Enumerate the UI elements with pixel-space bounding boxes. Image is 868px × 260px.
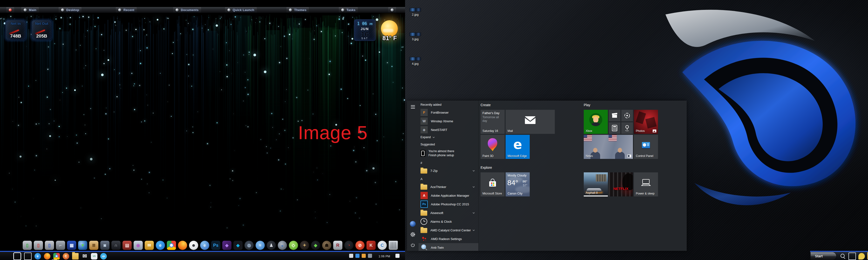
task-view-icon[interactable]	[24, 253, 32, 260]
menu-item-quick-launch[interactable]: Quick Launch	[225, 7, 257, 12]
windows-logo-icon[interactable]	[10, 240, 21, 251]
asus-rog-icon[interactable]: R	[333, 241, 342, 250]
internet-blue-icon[interactable]: e	[200, 241, 209, 250]
drive-blue-icon[interactable]: ▯	[45, 241, 54, 250]
menu-orb-icon[interactable]	[9, 8, 12, 11]
tile-maps[interactable]	[621, 122, 633, 134]
edge-icon[interactable]: e	[34, 253, 41, 260]
globe-download-icon[interactable]: ▼	[78, 241, 87, 250]
tray-icon[interactable]	[362, 254, 366, 258]
prism-purple-icon[interactable]: ◆	[222, 241, 231, 250]
menu-item-tasks[interactable]: Tasks	[339, 7, 358, 12]
settings-gear-icon[interactable]	[410, 232, 416, 237]
app-list-item-adobe-photoshop-cc-2015[interactable]: PsAdobe Photoshop CC 2015	[418, 200, 478, 209]
cortana-icon[interactable]	[13, 252, 21, 260]
drive-green-icon[interactable]: ▯	[23, 241, 32, 250]
tray-icon[interactable]	[368, 254, 372, 258]
menu-item-desktop[interactable]: Desktop	[59, 7, 82, 12]
app-list-item-amd-radeon-settings[interactable]: AMD Radeon Settings	[418, 234, 478, 243]
crackers-stack-icon[interactable]: ≣	[89, 241, 98, 250]
kodi-icon[interactable]: ◆	[234, 241, 243, 250]
tile-control-panel[interactable]: Control Panel	[634, 135, 658, 159]
ccleaner-dock-icon[interactable]: C	[378, 241, 387, 250]
app-list-item-fontbrowser[interactable]: FFontBrowser	[418, 108, 478, 117]
sims-green-icon[interactable]: ◇	[289, 241, 298, 250]
messaging-icon[interactable]	[858, 253, 865, 260]
desktop-icon-3.jpg[interactable]: 3.jpg	[405, 33, 425, 41]
openoffice-icon[interactable]: ≈	[255, 241, 265, 250]
action-center-icon[interactable]	[396, 254, 400, 258]
media-rig-icon[interactable]: ◙	[100, 241, 110, 250]
tile-photos[interactable]: Photos	[634, 110, 658, 134]
tray-icon[interactable]	[355, 254, 360, 258]
tile-mail[interactable]: Mail	[506, 110, 555, 134]
drive-red-icon[interactable]: ▯	[34, 241, 43, 250]
tile-weather[interactable]: Mostly Cloudy 84° 86° 57° Canon City	[506, 172, 530, 196]
folder-disc-icon[interactable]: ◉	[133, 241, 143, 250]
tile-calendar[interactable]: Father's Day Tomorrow all day Saturday 1…	[480, 110, 505, 134]
tile-news[interactable]: News	[584, 135, 633, 159]
movie-reel-icon[interactable]: ▤	[123, 241, 132, 250]
app-list-item-amd-catalyst-control-center[interactable]: AMD Catalyst Control Center	[418, 226, 478, 234]
desktop-icon-2.jpg[interactable]: 2.jpg	[405, 8, 425, 16]
hamburger-menu-icon[interactable]	[410, 104, 416, 110]
tile-xbox[interactable]: Xbox	[584, 110, 608, 134]
game-portrait-icon[interactable]: ☗	[322, 241, 331, 250]
left-taskbar-clock[interactable]: 1:06 PM	[375, 253, 394, 260]
calculator-blue-icon[interactable]: ▦	[67, 241, 76, 250]
task-view-icon[interactable]	[848, 253, 856, 260]
app-list-item-7-zip[interactable]: 7-Zip	[418, 166, 478, 175]
chrome-dock-icon[interactable]	[167, 241, 176, 250]
round-dark-app-icon[interactable]: ◍	[245, 241, 254, 250]
search-icon[interactable]	[840, 253, 846, 260]
no-spy-icon[interactable]: ⊘	[355, 241, 365, 250]
menu-main-orb[interactable]	[6, 7, 14, 12]
power-icon[interactable]	[410, 242, 416, 248]
kaspersky-icon[interactable]: K	[367, 241, 376, 250]
app-list-item-acethinker[interactable]: AceThinker	[418, 183, 478, 191]
headphones-icon[interactable]: ∩	[112, 241, 121, 250]
start-button[interactable]	[2, 252, 10, 260]
suggested-item[interactable]: You're almost thereFinish phone setup	[418, 148, 478, 159]
menu-end-orb[interactable]	[388, 7, 396, 12]
net-out-widget[interactable]: Net Out 205B	[31, 20, 52, 40]
app-list-item-anti-twin[interactable]: Anti-Twin	[418, 243, 478, 251]
tile-paint3d[interactable]: Paint 3D	[480, 135, 505, 159]
game-dark-icon[interactable]: ✦	[300, 241, 309, 250]
user-avatar[interactable]	[410, 221, 416, 227]
app-list-item-aiseesoft[interactable]: Aiseesoft	[418, 209, 478, 217]
gauge-red-icon[interactable]: ◔	[344, 241, 353, 250]
mail-icon[interactable]: ✉	[82, 253, 88, 260]
hexagon-app-icon[interactable]: VS	[91, 253, 97, 260]
edge-dock-icon[interactable]: e	[156, 241, 165, 250]
menu-orb-icon[interactable]	[391, 8, 394, 11]
clock-widget[interactable]: 1 06 PM JUN 16 SAT	[354, 19, 376, 41]
tray-icon[interactable]	[349, 254, 353, 258]
recycle-bin-icon[interactable]	[389, 241, 398, 250]
chrome-icon[interactable]	[53, 253, 60, 260]
start-button[interactable]: Start	[811, 252, 836, 260]
tile-microsoft-edge[interactable]: e Microsoft Edge	[506, 135, 530, 159]
device-stand-icon[interactable]: ⌐	[56, 241, 65, 250]
menu-item-documents[interactable]: Documents	[173, 7, 201, 12]
ccleaner-icon[interactable]: C	[63, 253, 69, 260]
firefox-icon[interactable]	[44, 253, 51, 260]
tile-asphalt-8[interactable]: Asphalt 8	[584, 172, 608, 196]
menu-item-main[interactable]: Main	[21, 7, 39, 12]
gta-character-icon[interactable]: ♟	[267, 241, 276, 250]
tile-netflix[interactable]: NETFLIX	[609, 172, 633, 196]
expand-link[interactable]: Expand	[418, 134, 478, 140]
qbittorrent-icon[interactable]: qb	[100, 253, 107, 260]
desktop-icon-4.jpg[interactable]: 4.jpg	[405, 57, 425, 66]
app-list-item-adobe-application-manager[interactable]: AAdobe Application Manager	[418, 191, 478, 200]
menu-item-themes[interactable]: Themes	[286, 7, 309, 12]
sims-dark-icon[interactable]: ◆	[311, 241, 320, 250]
tile-power-sleep[interactable]: Power & sleep	[634, 172, 658, 196]
tile-calculator[interactable]	[609, 122, 620, 134]
app-list-item-alarms-clock[interactable]: Alarms & Clock	[418, 217, 478, 226]
app-list-item-winstep-xtreme[interactable]: WWinstep Xtreme	[418, 117, 478, 125]
racing-game-icon[interactable]: ◒	[278, 241, 287, 250]
tile-movies-tv[interactable]	[609, 110, 620, 121]
file-explorer-icon[interactable]	[72, 253, 79, 260]
menu-item-recent[interactable]: Recent	[116, 7, 137, 12]
